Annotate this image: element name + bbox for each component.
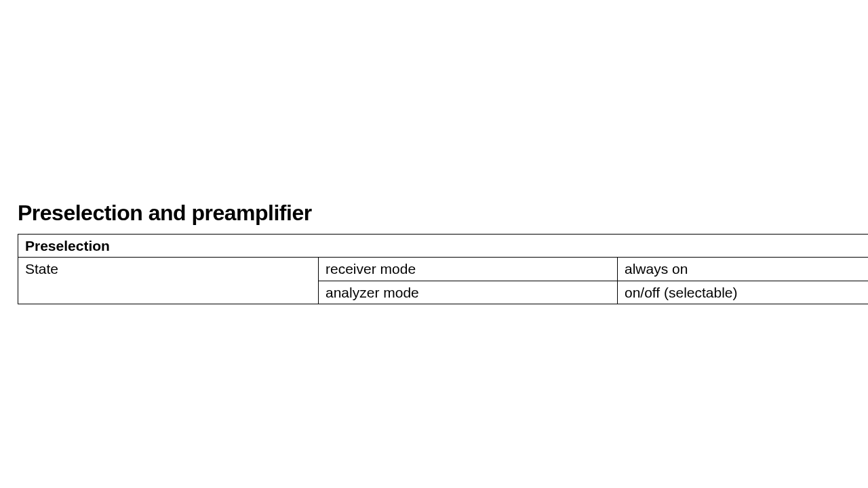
- row-value: always on: [618, 258, 869, 281]
- table-row: State receiver mode always on: [18, 258, 869, 281]
- spec-table: Preselection State receiver mode always …: [18, 234, 868, 304]
- content-area: Preselection and preamplifier Preselecti…: [18, 201, 868, 304]
- row-label: State: [18, 258, 319, 304]
- section-title: Preselection and preamplifier: [18, 201, 868, 226]
- row-mode: receiver mode: [319, 258, 618, 281]
- table-header-cell: Preselection: [18, 235, 869, 258]
- row-value: on/off (selectable): [618, 281, 869, 304]
- row-mode: analyzer mode: [319, 281, 618, 304]
- table-header-row: Preselection: [18, 235, 869, 258]
